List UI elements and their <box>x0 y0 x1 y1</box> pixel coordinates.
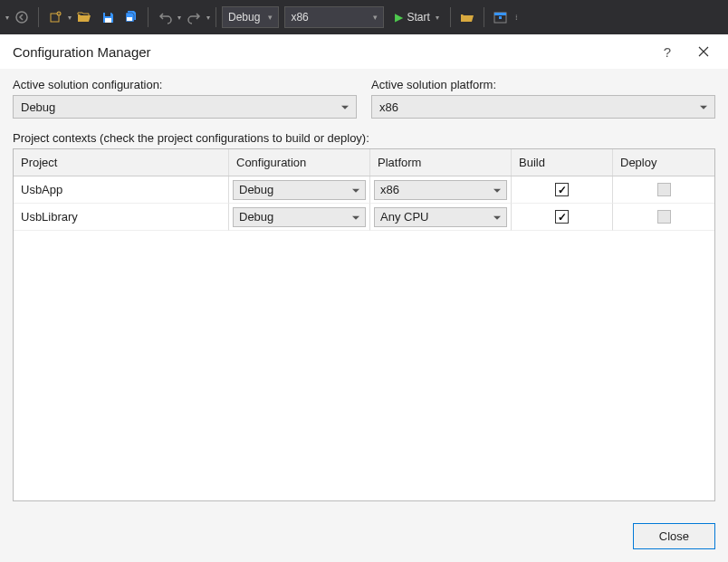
active-config-dropdown[interactable]: Debug <box>13 95 357 119</box>
active-platform-dropdown[interactable]: x86 <box>371 95 715 119</box>
row-platform-dropdown[interactable]: Any CPU <box>374 207 507 227</box>
project-contexts-grid: Project Configuration Platform Build Dep… <box>13 148 715 501</box>
active-platform-label: Active solution platform: <box>371 78 715 91</box>
col-header-platform[interactable]: Platform <box>370 149 512 176</box>
close-button[interactable]: Close <box>633 523 715 549</box>
toolbar-overflow-left[interactable]: ▾ <box>5 14 9 22</box>
undo-icon[interactable] <box>154 6 176 28</box>
row-config-dropdown[interactable]: Debug <box>233 180 366 200</box>
svg-point-0 <box>16 12 27 23</box>
toolbar-overflow-right[interactable]: ⁞ <box>515 14 518 22</box>
dialog-title: Configuration Manager <box>13 44 656 60</box>
svg-rect-8 <box>499 16 502 19</box>
configuration-manager-dialog: Configuration Manager ? Active solution … <box>0 34 728 562</box>
row-config-dropdown[interactable]: Debug <box>233 207 366 227</box>
col-header-build[interactable]: Build <box>512 149 613 176</box>
deploy-checkbox <box>657 210 671 224</box>
svg-rect-3 <box>105 13 110 16</box>
svg-rect-4 <box>105 18 111 23</box>
close-icon[interactable] <box>692 40 715 63</box>
redo-icon[interactable] <box>183 6 205 28</box>
table-row: UsbLibraryDebugAny CPU <box>14 204 714 231</box>
svg-rect-5 <box>127 17 132 21</box>
nav-back-button[interactable] <box>11 6 33 28</box>
open-folder-icon[interactable] <box>73 6 95 28</box>
play-icon: ▶ <box>395 11 403 24</box>
undo-dropdown[interactable]: ▾ <box>177 14 181 22</box>
new-item-dropdown[interactable]: ▾ <box>68 14 72 22</box>
deploy-checkbox <box>657 183 671 196</box>
project-name-cell: UsbLibrary <box>14 204 229 231</box>
help-button[interactable]: ? <box>656 40 679 63</box>
active-config-label: Active solution configuration: <box>13 78 357 91</box>
window-layout-icon[interactable] <box>490 6 512 28</box>
main-toolbar: ▾ ▾ ▾ ▾ Debug x86 ▶ Start ▾ <box>0 0 728 34</box>
col-header-deploy[interactable]: Deploy <box>613 149 714 176</box>
save-icon[interactable] <box>97 6 119 28</box>
project-name-cell: UsbApp <box>14 176 229 204</box>
new-item-icon[interactable] <box>44 6 66 28</box>
project-contexts-label: Project contexts (check the project conf… <box>13 131 715 145</box>
build-checkbox[interactable] <box>555 183 569 196</box>
redo-dropdown[interactable]: ▾ <box>206 14 210 22</box>
save-all-icon[interactable] <box>120 6 142 28</box>
svg-rect-7 <box>494 13 506 15</box>
col-header-project[interactable]: Project <box>14 149 229 176</box>
row-platform-dropdown[interactable]: x86 <box>374 180 507 200</box>
find-in-files-icon[interactable] <box>456 6 478 28</box>
start-button[interactable]: ▶ Start ▾ <box>389 11 444 24</box>
build-checkbox[interactable] <box>555 210 569 224</box>
solution-platform-select[interactable]: x86 <box>284 6 384 28</box>
solution-config-select[interactable]: Debug <box>222 6 279 28</box>
col-header-configuration[interactable]: Configuration <box>229 149 370 176</box>
table-row: UsbAppDebugx86 <box>14 176 714 204</box>
